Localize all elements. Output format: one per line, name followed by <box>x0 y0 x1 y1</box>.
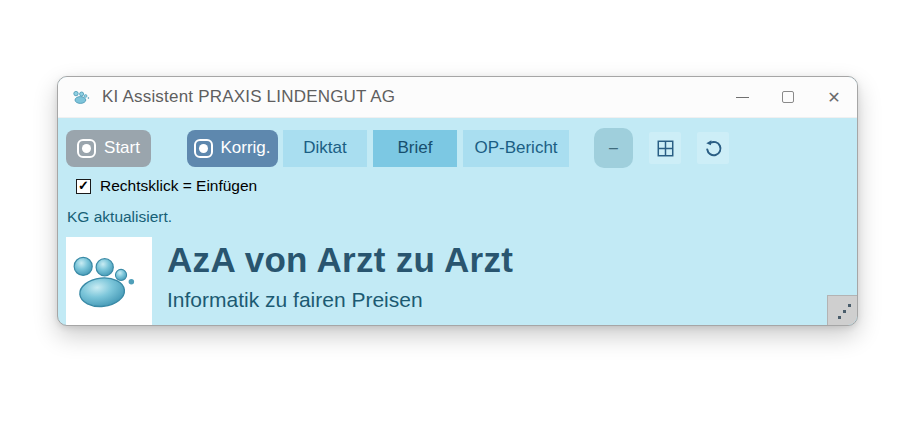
refresh-icon <box>704 139 723 158</box>
diktat-button-label: Diktat <box>303 138 346 158</box>
rightclick-checkbox[interactable]: ✓ <box>76 179 91 194</box>
brand-section: AzA von Arzt zu Arzt Informatik zu faire… <box>66 237 857 325</box>
start-button[interactable]: Start <box>66 130 151 167</box>
minus-button[interactable]: – <box>594 128 633 168</box>
diktat-button[interactable]: Diktat <box>283 130 367 167</box>
minimize-button[interactable] <box>719 77 765 117</box>
close-button[interactable]: ✕ <box>811 77 857 117</box>
checkmark-icon: ✓ <box>78 179 89 192</box>
maximize-icon <box>782 91 794 103</box>
grid-icon <box>657 140 674 157</box>
start-button-label: Start <box>104 138 140 158</box>
rightclick-checkbox-label: Rechtsklick = Einfügen <box>100 177 257 195</box>
record-icon <box>77 139 96 158</box>
minus-icon: – <box>609 139 618 157</box>
window-controls: ✕ <box>719 77 857 117</box>
korrig-button[interactable]: Korrig. <box>187 130 278 167</box>
op-bericht-button-label: OP-Bericht <box>474 138 557 158</box>
app-window: KI Assistent PRAXIS LINDENGUT AG ✕ Start… <box>57 76 858 326</box>
brand-subtitle: Informatik zu fairen Preisen <box>167 288 513 312</box>
app-logo-icon <box>72 88 92 106</box>
refresh-button[interactable] <box>697 132 729 164</box>
close-icon: ✕ <box>827 88 840 107</box>
brand-text: AzA von Arzt zu Arzt Informatik zu faire… <box>167 237 513 312</box>
brief-button[interactable]: Brief <box>373 130 457 167</box>
op-bericht-button[interactable]: OP-Bericht <box>463 130 569 167</box>
brand-title: AzA von Arzt zu Arzt <box>167 240 513 280</box>
korrig-button-label: Korrig. <box>220 138 270 158</box>
status-message: KG aktualisiert. <box>67 208 857 226</box>
minimize-icon <box>736 97 749 98</box>
toolbar: Start Korrig. Diktat Brief OP-Bericht – <box>66 128 857 168</box>
grid-layout-button[interactable] <box>649 132 681 164</box>
record-icon <box>194 139 213 158</box>
water-drops-logo-icon <box>66 237 152 325</box>
brand-logo <box>66 237 152 325</box>
rightclick-option-row: ✓ Rechtsklick = Einfügen <box>76 177 857 195</box>
window-title: KI Assistent PRAXIS LINDENGUT AG <box>102 87 395 107</box>
brief-button-label: Brief <box>398 138 433 158</box>
maximize-button[interactable] <box>765 77 811 117</box>
window-titlebar[interactable]: KI Assistent PRAXIS LINDENGUT AG ✕ <box>58 77 857 118</box>
resize-grip[interactable] <box>827 295 857 325</box>
